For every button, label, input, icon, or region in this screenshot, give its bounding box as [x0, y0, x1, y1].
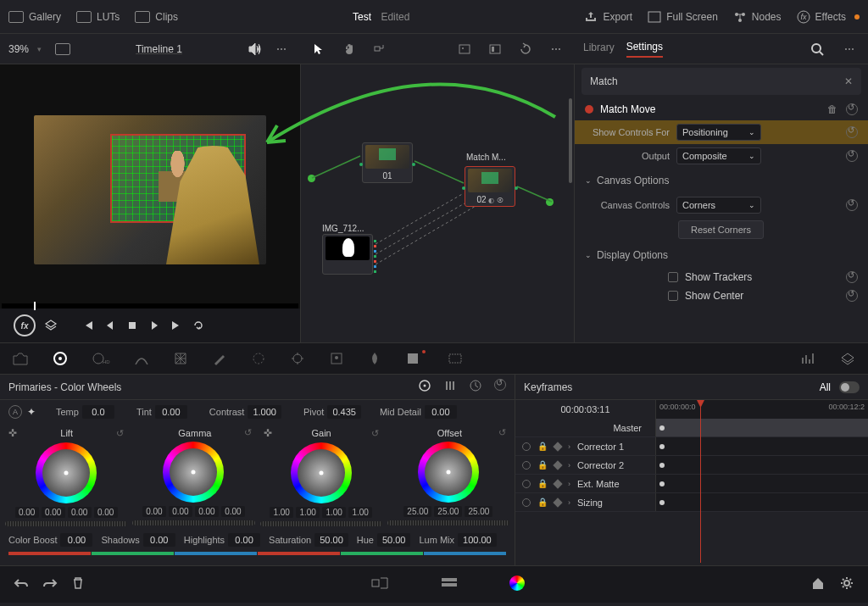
palette-magic-mask[interactable]	[329, 351, 344, 366]
hue-value[interactable]: 50.00	[377, 533, 411, 547]
colorboost-value[interactable]: 0.00	[60, 533, 92, 547]
wheel-value[interactable]: 1.00	[322, 507, 346, 518]
wheel-slider[interactable]	[260, 521, 382, 526]
wheel-reset-icon[interactable]: ↺	[244, 427, 252, 438]
track-enable-icon[interactable]	[522, 461, 531, 470]
nodes-button[interactable]: Nodes	[733, 11, 782, 23]
palette-curves[interactable]	[134, 351, 149, 366]
tool-b-icon[interactable]	[485, 39, 505, 59]
palette-sizing[interactable]	[448, 351, 463, 366]
viewer-options-icon[interactable]: ⋯	[271, 39, 292, 59]
node-options-icon[interactable]: ⋯	[546, 39, 566, 59]
node-02-match-move[interactable]: 02 ◐ ⦿	[465, 166, 515, 207]
stop-icon[interactable]	[125, 319, 139, 332]
reset-effect-icon[interactable]	[846, 103, 858, 115]
timeline-ruler[interactable]: 00:00:00:0 00:00:12:2	[655, 400, 868, 419]
wheel-indicator[interactable]	[64, 471, 69, 475]
node-ext-matte[interactable]	[322, 234, 373, 275]
palette-tracker[interactable]	[290, 351, 305, 366]
gallery-button[interactable]: Gallery	[8, 11, 61, 23]
trash-icon[interactable]: 🗑	[827, 103, 837, 115]
reset-param-icon[interactable]	[846, 126, 858, 138]
refresh-icon[interactable]	[515, 39, 536, 59]
node-tool-icon[interactable]	[370, 39, 390, 59]
keyframe-diamond-icon[interactable]	[553, 442, 562, 451]
trash-icon[interactable]	[71, 576, 85, 592]
track-c1[interactable]: 🔒 › Corrector 1	[515, 437, 868, 456]
track-enable-icon[interactable]	[522, 480, 531, 488]
wheel-value[interactable]: 1.00	[348, 507, 372, 518]
layers-icon[interactable]	[44, 319, 58, 332]
hand-tool[interactable]	[339, 39, 359, 59]
log-mode-icon[interactable]	[469, 379, 482, 395]
chevron-right-icon[interactable]: ›	[568, 442, 570, 451]
node-graph-panel[interactable]: 01 Match M... 02 ◐ ⦿ IMG_712...	[300, 64, 575, 342]
track-sizing[interactable]: 🔒 › Sizing	[515, 493, 868, 512]
node-input-icon[interactable]	[359, 163, 363, 166]
wheel-value[interactable]: 0.00	[195, 506, 219, 517]
color-wheel[interactable]	[418, 442, 479, 503]
play-icon[interactable]	[147, 319, 161, 332]
color-wheel[interactable]	[291, 442, 352, 503]
tint-value[interactable]: 0.00	[155, 405, 187, 419]
fullscreen-button[interactable]: Full Screen	[648, 11, 718, 23]
effect-active-icon[interactable]	[585, 105, 593, 114]
show-trackers-checkbox[interactable]	[668, 272, 678, 282]
track-enable-icon[interactable]	[522, 498, 531, 507]
keyframe-diamond-icon[interactable]	[553, 498, 562, 507]
keyframe-marker[interactable]	[659, 444, 665, 449]
contrast-value[interactable]: 1.000	[248, 405, 281, 419]
clear-search-icon[interactable]: ✕	[844, 75, 853, 87]
prev-frame-icon[interactable]	[103, 319, 117, 332]
view-mode-icon[interactable]	[55, 43, 70, 55]
keyframes-all-label[interactable]: All	[820, 381, 831, 393]
wheel-value[interactable]: 0.00	[68, 507, 92, 518]
wheel-value[interactable]: 25.00	[403, 506, 431, 517]
reset-panel-icon[interactable]	[494, 379, 506, 391]
palette-scopes[interactable]	[800, 351, 815, 366]
lock-icon[interactable]: 🔒	[537, 460, 548, 470]
inspector-search[interactable]: ✕	[581, 68, 861, 95]
effects-button[interactable]: fxEffects	[797, 10, 860, 24]
node-input-icon[interactable]	[462, 186, 465, 190]
zoom-value[interactable]: 39%	[8, 43, 29, 55]
wheel-picker-icon[interactable]: ✜	[8, 427, 17, 439]
palette-key[interactable]	[405, 351, 424, 366]
export-button[interactable]: Export	[584, 11, 632, 23]
page-color-icon[interactable]	[509, 575, 525, 591]
search-icon[interactable]	[807, 39, 827, 59]
show-controls-dropdown[interactable]: Positioning⌄	[676, 124, 761, 141]
node-output-icon[interactable]	[412, 163, 415, 166]
keyframes-toggle[interactable]	[839, 381, 860, 393]
page-cut-icon[interactable]	[370, 575, 389, 593]
wheel-value[interactable]: 0.00	[15, 507, 39, 518]
canvas-options-header[interactable]: ⌄Canvas Options	[575, 168, 868, 193]
keyframe-marker[interactable]	[659, 481, 665, 486]
keyframe-diamond-icon[interactable]	[553, 479, 562, 488]
middetail-value[interactable]: 0.00	[425, 405, 457, 419]
wheel-indicator[interactable]	[319, 471, 323, 475]
clips-button[interactable]: Clips	[135, 11, 178, 23]
pointer-tool[interactable]	[309, 39, 329, 59]
pivot-value[interactable]: 0.435	[327, 405, 361, 419]
node-multi-output[interactable]	[374, 240, 376, 273]
highlights-value[interactable]: 0.00	[228, 533, 260, 547]
loop-icon[interactable]	[192, 319, 205, 332]
lock-icon[interactable]: 🔒	[537, 498, 548, 507]
keyframe-marker[interactable]	[659, 500, 665, 505]
reset-param-icon[interactable]	[846, 290, 858, 302]
palette-camera-raw[interactable]	[12, 351, 29, 366]
tab-library[interactable]: Library	[583, 42, 615, 57]
wheel-reset-icon[interactable]: ↺	[116, 428, 124, 439]
wheel-slider[interactable]	[5, 521, 127, 526]
canvas-controls-dropdown[interactable]: Corners⌄	[676, 197, 761, 214]
palette-warper[interactable]	[173, 351, 188, 366]
palette-qualifier[interactable]	[212, 351, 227, 366]
reset-corners-button[interactable]: Reset Corners	[678, 220, 764, 239]
reset-param-icon[interactable]	[846, 271, 858, 283]
inspector-options-icon[interactable]: ⋯	[839, 39, 860, 59]
reset-param-icon[interactable]	[846, 150, 858, 162]
home-icon[interactable]	[810, 575, 826, 593]
tool-a-icon[interactable]	[454, 39, 475, 59]
chevron-right-icon[interactable]: ›	[568, 498, 570, 507]
